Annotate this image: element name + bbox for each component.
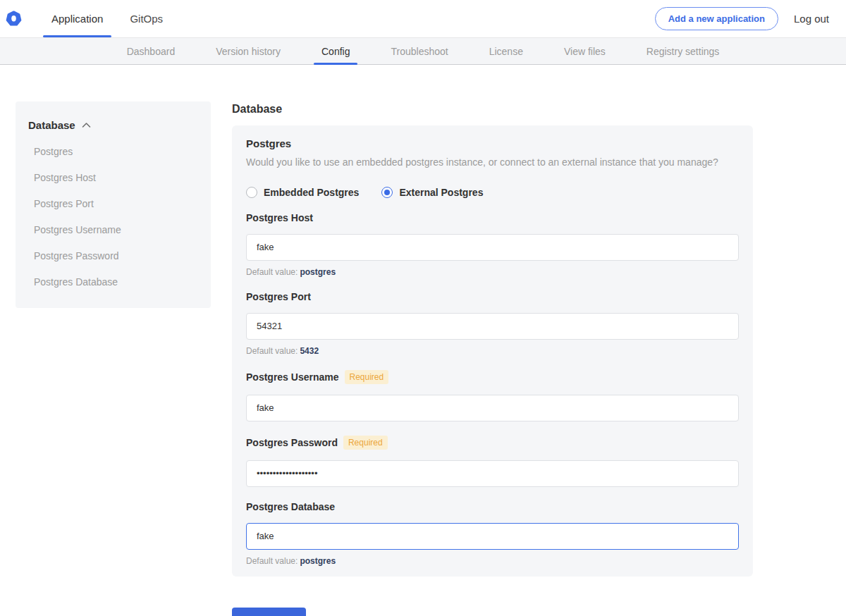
config-page: Database Postgres Postgres Host Postgres… — [0, 65, 846, 616]
sidebar-group-database-label: Database — [28, 119, 75, 131]
postgres-database-label-text: Postgres Database — [246, 501, 335, 512]
save-config-button[interactable]: Save config — [232, 608, 306, 616]
postgres-port-label-text: Postgres Port — [246, 291, 311, 302]
postgres-type-radio-group: Embedded Postgres External Postgres — [246, 187, 739, 198]
subtab-license[interactable]: License — [469, 38, 544, 64]
postgres-username-label-text: Postgres Username — [246, 371, 339, 383]
default-value-text: postgres — [300, 556, 336, 566]
postgres-username-input[interactable] — [246, 395, 739, 421]
postgres-host-label: Postgres Host — [246, 212, 739, 223]
postgres-port-input[interactable] — [246, 313, 739, 340]
postgres-host-label-text: Postgres Host — [246, 212, 313, 223]
postgres-port-label: Postgres Port — [246, 291, 739, 302]
sidebar-item-postgres-host[interactable]: Postgres Host — [34, 172, 198, 183]
radio-selected-dot — [384, 190, 390, 195]
chevron-up-icon — [82, 122, 91, 128]
default-value-text: 5432 — [300, 346, 319, 356]
radio-external-postgres-circle-icon[interactable] — [381, 187, 393, 198]
radio-embedded-postgres-label: Embedded Postgres — [264, 187, 359, 198]
subtab-version-history-label: Version history — [216, 46, 281, 57]
database-config-panel: Postgres Would you like to use an embedd… — [232, 125, 753, 577]
postgres-password-label: Postgres Password Required — [246, 436, 739, 450]
postgres-database-label: Postgres Database — [246, 501, 739, 512]
subtab-config[interactable]: Config — [301, 38, 370, 64]
subtab-troubleshoot[interactable]: Troubleshoot — [370, 38, 468, 64]
subtab-view-files[interactable]: View files — [544, 38, 626, 64]
sidebar-item-list: Postgres Postgres Host Postgres Port Pos… — [28, 146, 198, 288]
postgres-database-default-helper: Default value:postgres — [246, 556, 739, 566]
sidebar-item-postgres-username[interactable]: Postgres Username — [34, 224, 198, 235]
subtab-dashboard-label: Dashboard — [127, 46, 176, 57]
subtab-view-files-label: View files — [564, 46, 606, 57]
subtab-registry-settings[interactable]: Registry settings — [626, 38, 740, 64]
config-sidebar: Database Postgres Postgres Host Postgres… — [16, 101, 211, 308]
postgres-password-input[interactable] — [246, 460, 739, 487]
group-description: Would you like to use an embedded postgr… — [246, 156, 739, 169]
tab-gitops-label: GitOps — [130, 13, 163, 25]
postgres-password-label-text: Postgres Password — [246, 437, 338, 448]
app-sub-navigation: Dashboard Version history Config Trouble… — [0, 37, 846, 65]
radio-embedded-postgres[interactable]: Embedded Postgres — [246, 187, 359, 198]
postgres-database-input[interactable] — [246, 523, 739, 550]
kots-logo-icon — [6, 11, 22, 27]
sidebar-item-postgres[interactable]: Postgres — [34, 146, 198, 157]
section-title: Database — [232, 103, 753, 116]
subtab-version-history[interactable]: Version history — [195, 38, 301, 64]
group-title-postgres: Postgres — [246, 137, 739, 149]
sidebar-item-postgres-database[interactable]: Postgres Database — [34, 276, 198, 288]
top-navigation: Application GitOps Add a new application… — [0, 0, 846, 37]
logout-button[interactable]: Log out — [794, 13, 829, 25]
radio-external-postgres[interactable]: External Postgres — [381, 187, 483, 198]
subtab-troubleshoot-label: Troubleshoot — [391, 46, 448, 57]
config-main: Database Postgres Would you like to use … — [232, 101, 753, 616]
subtab-license-label: License — [489, 46, 523, 57]
default-value-prefix: Default value: — [246, 556, 298, 566]
tab-application-label: Application — [51, 13, 103, 25]
sidebar-group-database[interactable]: Database — [28, 119, 198, 131]
postgres-host-default-helper: Default value:postgres — [246, 267, 739, 277]
top-tabs: Application GitOps — [43, 0, 181, 37]
radio-embedded-postgres-circle-icon[interactable] — [246, 187, 257, 198]
default-value-text: postgres — [300, 267, 336, 277]
subtab-registry-settings-label: Registry settings — [646, 46, 719, 57]
postgres-username-label: Postgres Username Required — [246, 370, 739, 384]
top-nav-actions: Add a new application Log out — [655, 0, 829, 37]
sidebar-item-postgres-port[interactable]: Postgres Port — [34, 198, 198, 209]
required-badge: Required — [345, 370, 389, 384]
sidebar-item-postgres-password[interactable]: Postgres Password — [34, 250, 198, 261]
tab-gitops[interactable]: GitOps — [121, 0, 171, 37]
postgres-port-default-helper: Default value:5432 — [246, 346, 739, 356]
required-badge: Required — [343, 436, 388, 450]
default-value-prefix: Default value: — [246, 267, 298, 277]
add-application-button[interactable]: Add a new application — [655, 7, 778, 30]
default-value-prefix: Default value: — [246, 346, 298, 356]
tab-application[interactable]: Application — [43, 0, 111, 37]
app-logo[interactable] — [6, 0, 22, 37]
radio-external-postgres-label: External Postgres — [399, 187, 483, 198]
postgres-host-input[interactable] — [246, 234, 739, 261]
subtab-dashboard[interactable]: Dashboard — [106, 38, 196, 64]
subtab-config-label: Config — [321, 46, 350, 57]
